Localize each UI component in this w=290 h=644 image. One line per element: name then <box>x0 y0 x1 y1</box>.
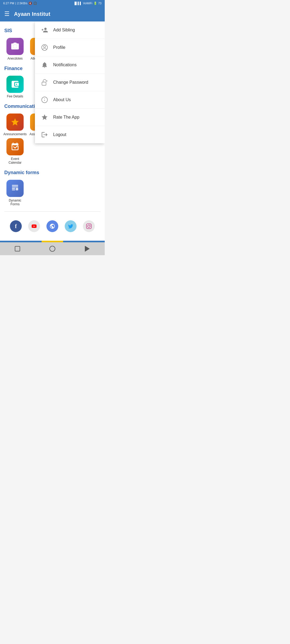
status-network: | <box>15 2 16 5</box>
globe-icon[interactable] <box>46 220 58 232</box>
wifi-icon: VoWiFi <box>83 2 92 5</box>
facebook-icon[interactable]: f <box>10 220 22 232</box>
battery-level: 73 <box>98 2 102 5</box>
dropdown-menu: Add Sibling Profile Notifications <box>35 21 105 143</box>
accent-blue-right <box>63 241 105 242</box>
signal-icon: ▐▌▌▌ <box>74 2 82 5</box>
dynamic-forms-item[interactable]: Dynamic Forms <box>4 180 26 206</box>
announcements-icon <box>6 114 24 131</box>
profile-icon <box>40 43 49 52</box>
status-bar: 6:27 PM | 2.5KB/s 🔇 🎧 ▐▌▌▌ VoWiFi 🔋 73 <box>0 0 105 6</box>
lock-key-icon <box>40 78 49 87</box>
dynamic-forms-grid: Dynamic Forms <box>4 180 100 206</box>
fee-details-item[interactable]: Fee Details <box>4 76 26 98</box>
announcements-item[interactable]: Announcements <box>4 114 26 136</box>
nav-triangle-icon <box>85 246 90 252</box>
accent-yellow <box>42 241 63 242</box>
announcements-label: Announcements <box>3 132 27 136</box>
social-row: f <box>4 216 100 236</box>
profile-label: Profile <box>53 45 65 50</box>
svg-rect-2 <box>42 82 46 85</box>
nav-back-button[interactable] <box>84 245 91 253</box>
dropdown-about-us[interactable]: About Us <box>35 91 105 109</box>
headphone-icon: 🎧 <box>33 2 37 5</box>
status-speed: 2.5KB/s <box>17 2 28 5</box>
nav-bar <box>0 242 105 255</box>
app-header: ☰ Ayaan Institut <box>0 6 105 21</box>
dynamic-forms-section-title: Dynamic forms <box>4 170 100 175</box>
logout-label: Logout <box>53 132 66 137</box>
about-us-label: About Us <box>53 97 71 102</box>
nav-square-icon <box>15 246 20 251</box>
bell-icon <box>40 61 49 69</box>
status-time: 6:27 PM <box>3 2 14 5</box>
youtube-icon[interactable] <box>28 220 40 232</box>
info-icon <box>40 96 49 104</box>
status-left: 6:27 PM | 2.5KB/s 🔇 🎧 <box>3 2 37 5</box>
twitter-icon[interactable] <box>65 220 77 232</box>
svg-point-8 <box>13 45 17 48</box>
dropdown-profile[interactable]: Profile <box>35 39 105 56</box>
anecdotes-icon <box>6 38 24 55</box>
anecdotes-label: Anecdotes <box>8 57 23 60</box>
add-sibling-label: Add Sibling <box>53 28 75 32</box>
dropdown-rate-app[interactable]: Rate The App <box>35 109 105 126</box>
battery-icon: 🔋 <box>93 2 97 5</box>
change-password-label: Change Password <box>53 80 88 85</box>
nav-home-button[interactable] <box>49 245 56 253</box>
fee-details-label: Fee Details <box>7 94 23 98</box>
svg-rect-9 <box>86 224 91 229</box>
event-calendar-item[interactable]: Event Calendar <box>4 138 26 164</box>
divider <box>4 211 100 212</box>
anecdotes-item[interactable]: Anecdotes <box>4 38 26 60</box>
status-right: ▐▌▌▌ VoWiFi 🔋 73 <box>74 2 102 5</box>
fb-letter: f <box>15 223 17 229</box>
instagram-icon[interactable] <box>83 220 95 232</box>
event-calendar-label: Event Calendar <box>4 157 26 164</box>
svg-point-11 <box>90 225 90 225</box>
nav-circle-icon <box>49 246 55 252</box>
accent-blue-left <box>0 241 42 242</box>
event-calendar-icon <box>6 138 24 155</box>
dynamic-forms-label: Dynamic Forms <box>4 199 26 206</box>
hamburger-menu[interactable]: ☰ <box>4 11 10 17</box>
svg-point-10 <box>88 225 90 227</box>
star-icon <box>40 113 49 122</box>
dropdown-notifications[interactable]: Notifications <box>35 56 105 74</box>
logout-icon <box>40 130 49 139</box>
dropdown-logout[interactable]: Logout <box>35 126 105 143</box>
dynamic-forms-icon <box>6 180 24 197</box>
dropdown-add-sibling[interactable]: Add Sibling <box>35 21 105 39</box>
svg-point-1 <box>44 46 46 48</box>
rate-app-label: Rate The App <box>53 115 79 120</box>
notifications-label: Notifications <box>53 63 77 67</box>
fee-details-icon <box>6 76 24 93</box>
nav-recent-button[interactable] <box>14 245 21 253</box>
svg-line-4 <box>47 81 47 82</box>
person-add-icon <box>40 26 49 34</box>
dropdown-change-password[interactable]: Change Password <box>35 74 105 91</box>
header-title: Ayaan Institut <box>14 11 50 17</box>
mute-icon: 🔇 <box>28 2 32 5</box>
bottom-accent <box>0 241 105 242</box>
